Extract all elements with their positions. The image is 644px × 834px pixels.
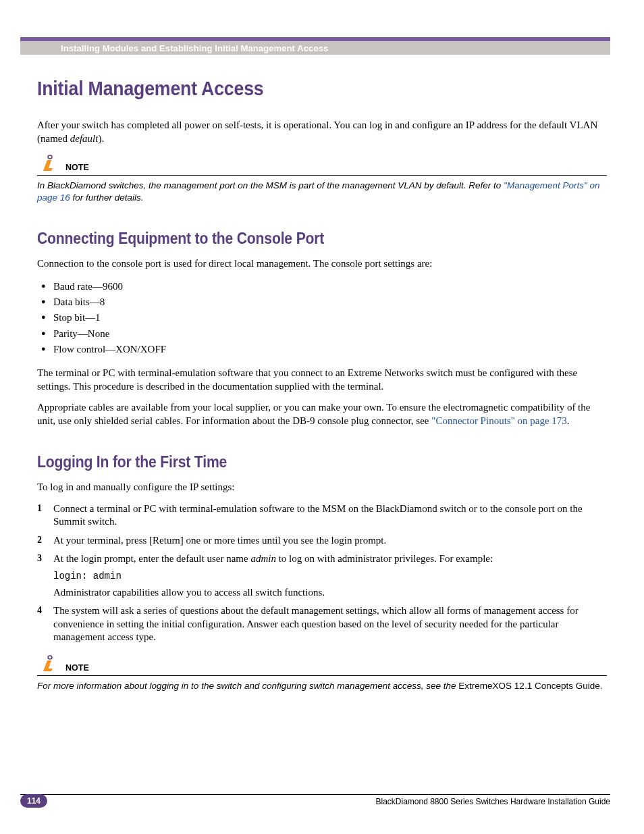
svg-point-0 (48, 155, 52, 159)
note-block: NOTE In BlackDiamond switches, the manag… (37, 153, 607, 204)
body-text: Connection to the console port is used f… (37, 257, 607, 271)
doc-title: BlackDiamond 8800 Series Switches Hardwa… (375, 797, 610, 806)
page-title: Initial Management Access (37, 78, 561, 100)
settings-list: Baud rate—9600 Data bits—8 Stop bit—1 Pa… (37, 279, 607, 357)
svg-point-1 (48, 656, 52, 659)
list-item: Baud rate—9600 (37, 279, 607, 294)
list-item: Stop bit—1 (37, 310, 607, 325)
page-content: Initial Management Access After your swi… (37, 55, 607, 692)
breadcrumb-text: Installing Modules and Establishing Init… (61, 43, 328, 53)
section-heading: Logging In for the First Time (37, 453, 561, 471)
step-item: 1 Connect a terminal or PC with terminal… (37, 502, 607, 529)
note-text: For more information about logging in to… (37, 680, 607, 692)
section-heading: Connecting Equipment to the Console Port (37, 230, 561, 248)
cross-ref-link[interactable]: "Connector Pinouts" on page 173 (431, 415, 567, 426)
note-block: NOTE For more information about logging … (37, 654, 607, 692)
info-icon (37, 153, 61, 174)
body-text: Appropriate cables are available from yo… (37, 401, 607, 427)
code-sample: login: admin (53, 570, 607, 582)
step-item: 4 The system will ask a series of questi… (37, 604, 607, 644)
breadcrumb: Installing Modules and Establishing Init… (20, 37, 610, 55)
body-text: The terminal or PC with terminal-emulati… (37, 367, 607, 393)
note-label: NOTE (65, 663, 89, 673)
page-footer: 114 BlackDiamond 8800 Series Switches Ha… (20, 794, 610, 808)
note-text: In BlackDiamond switches, the management… (37, 180, 607, 204)
step-item: 2 At your terminal, press [Return] one o… (37, 534, 607, 548)
list-item: Data bits—8 (37, 294, 607, 310)
procedure-steps: 1 Connect a terminal or PC with terminal… (37, 502, 607, 644)
list-item: Flow control—XON/XOFF (37, 342, 607, 357)
info-icon (37, 654, 61, 674)
step-item: 3 At the login prompt, enter the default… (37, 552, 607, 599)
intro-paragraph: After your switch has completed all powe… (37, 119, 607, 145)
list-item: Parity—None (37, 326, 607, 342)
page-number: 114 (20, 794, 47, 808)
body-text: To log in and manually configure the IP … (37, 481, 607, 494)
note-label: NOTE (65, 163, 89, 172)
